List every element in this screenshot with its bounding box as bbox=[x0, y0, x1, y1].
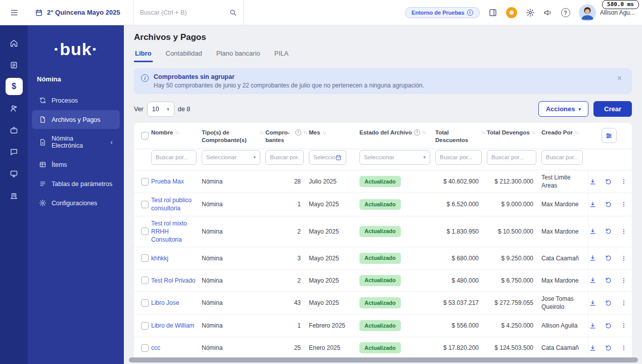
tab-pila[interactable]: PILA bbox=[273, 48, 290, 62]
chat-icon[interactable] bbox=[6, 143, 23, 160]
download-icon[interactable] bbox=[589, 201, 597, 208]
select-all-checkbox[interactable] bbox=[141, 132, 149, 140]
sort-icon[interactable]: ↑↓ bbox=[575, 130, 578, 136]
row-name-link[interactable]: Prueba Max bbox=[151, 178, 184, 185]
table-row: Test rol mixto RRHH Consultoria Nómina 2… bbox=[134, 216, 632, 248]
sort-icon[interactable]: ↑↓ bbox=[303, 130, 307, 136]
calendar-icon bbox=[35, 9, 43, 17]
filter-comprobantes-input[interactable] bbox=[265, 150, 304, 165]
briefcase-icon[interactable] bbox=[6, 121, 23, 139]
row-devengos: $ 9.250.000 bbox=[487, 251, 541, 265]
user-name: Allison Agu... bbox=[600, 9, 635, 16]
refresh-icon[interactable] bbox=[605, 277, 612, 284]
kebab-menu-icon[interactable] bbox=[620, 201, 627, 208]
kebab-menu-icon[interactable] bbox=[620, 322, 627, 329]
refresh-icon[interactable] bbox=[605, 178, 612, 186]
row-checkbox[interactable] bbox=[141, 178, 149, 186]
tab-libro[interactable]: Libro bbox=[134, 48, 153, 62]
icon-rail: $ bbox=[0, 25, 28, 364]
sort-icon[interactable]: ↑↓ bbox=[532, 130, 535, 136]
search-icon[interactable] bbox=[229, 9, 237, 17]
download-icon[interactable] bbox=[589, 344, 597, 352]
row-name-link[interactable]: Libro de William bbox=[151, 322, 194, 329]
filter-estado-select[interactable]: Seleccionar▾ bbox=[359, 150, 430, 165]
sort-icon[interactable]: ↑↓ bbox=[422, 130, 426, 136]
sort-icon[interactable]: ↑↓ bbox=[481, 130, 485, 136]
hamburger-menu-icon[interactable] bbox=[0, 8, 28, 17]
help-icon[interactable]: ? bbox=[561, 8, 570, 17]
crear-button[interactable]: Crear bbox=[593, 101, 632, 117]
kebab-menu-icon[interactable] bbox=[620, 299, 627, 306]
refresh-icon[interactable] bbox=[605, 201, 612, 208]
row-checkbox[interactable] bbox=[141, 228, 149, 235]
refresh-icon[interactable] bbox=[605, 228, 612, 235]
megaphone-icon[interactable] bbox=[543, 8, 553, 17]
row-checkbox[interactable] bbox=[141, 322, 149, 330]
download-icon[interactable] bbox=[589, 322, 597, 330]
sidebar-item-configuraciones[interactable]: Configuraciones bbox=[32, 194, 120, 212]
filter-nombre-input[interactable] bbox=[151, 150, 197, 165]
sidebar-item-procesos[interactable]: Procesos bbox=[32, 91, 120, 110]
refresh-icon[interactable] bbox=[605, 344, 612, 352]
assistant-icon[interactable] bbox=[506, 7, 517, 18]
kebab-menu-icon[interactable] bbox=[620, 255, 627, 262]
filter-creado-input[interactable] bbox=[541, 150, 583, 165]
row-checkbox[interactable] bbox=[141, 254, 149, 262]
tab-plano-bancario[interactable]: Plano bancario bbox=[215, 48, 261, 62]
sort-icon[interactable]: ↑↓ bbox=[175, 130, 178, 136]
filter-descuentos-input[interactable] bbox=[435, 150, 482, 165]
sort-icon[interactable]: ↑↓ bbox=[322, 130, 326, 136]
tasks-icon[interactable] bbox=[6, 56, 23, 73]
refresh-icon[interactable] bbox=[605, 322, 612, 330]
filter-mes-datepicker[interactable]: Seleccio bbox=[309, 150, 346, 165]
page-size-select[interactable]: 10 ▾ bbox=[147, 102, 174, 117]
row-name-link[interactable]: khhkkj bbox=[151, 255, 168, 262]
row-name-link[interactable]: Libro Jose bbox=[151, 299, 179, 306]
help-icon[interactable]: ? bbox=[414, 129, 420, 135]
people-icon[interactable] bbox=[6, 100, 23, 117]
filter-tipo-select[interactable]: Seleccionar▾ bbox=[202, 150, 260, 165]
environment-badge[interactable]: Entorno de Pruebas i bbox=[405, 7, 480, 18]
row-checkbox[interactable] bbox=[141, 299, 149, 307]
sidebar-item-tablas-de-parametros[interactable]: Tablas de parámetros bbox=[32, 174, 120, 193]
search-input[interactable] bbox=[140, 9, 229, 16]
download-icon[interactable] bbox=[589, 228, 597, 235]
panel-toggle-icon[interactable] bbox=[488, 8, 497, 17]
acciones-button[interactable]: Acciones ▾ bbox=[538, 101, 588, 117]
sort-icon[interactable]: ↑↓ bbox=[260, 130, 263, 136]
sidebar-item-archivos-y-pagos[interactable]: Archivos y Pagos bbox=[32, 110, 120, 129]
period-selector[interactable]: 2° Quincena Mayo 2025 bbox=[28, 9, 127, 17]
close-icon[interactable]: × bbox=[614, 73, 625, 83]
gear-icon[interactable] bbox=[526, 8, 535, 17]
sidebar-item-items[interactable]: Ítems bbox=[32, 155, 120, 174]
download-icon[interactable] bbox=[589, 277, 597, 284]
kebab-menu-icon[interactable] bbox=[620, 277, 627, 284]
column-settings-icon[interactable] bbox=[602, 128, 617, 143]
refresh-icon[interactable] bbox=[605, 299, 612, 307]
download-icon[interactable] bbox=[589, 178, 597, 186]
row-checkbox[interactable] bbox=[141, 201, 149, 208]
table-controls: Ver 10 ▾ de 8 Acciones ▾ Crear bbox=[134, 101, 632, 117]
horizontal-scrollbar[interactable] bbox=[129, 357, 638, 362]
payroll-icon[interactable]: $ bbox=[6, 78, 23, 95]
kebab-menu-icon[interactable] bbox=[620, 178, 627, 185]
row-name-link[interactable]: Test rol publico consultoria bbox=[151, 197, 192, 212]
download-icon[interactable] bbox=[589, 254, 597, 262]
row-name-link[interactable]: Test rol mixto RRHH Consultoria bbox=[151, 220, 187, 243]
building-icon[interactable] bbox=[6, 187, 23, 204]
help-icon[interactable]: ? bbox=[295, 129, 301, 135]
row-name-link[interactable]: Test Rol Privado bbox=[151, 277, 195, 284]
row-checkbox[interactable] bbox=[141, 344, 149, 352]
chevron-left-icon[interactable]: ‹ bbox=[110, 139, 113, 146]
kebab-menu-icon[interactable] bbox=[620, 228, 627, 235]
monitor-icon[interactable] bbox=[6, 165, 23, 182]
download-icon[interactable] bbox=[589, 299, 597, 307]
kebab-menu-icon[interactable] bbox=[620, 344, 627, 351]
row-checkbox[interactable] bbox=[141, 277, 149, 284]
refresh-icon[interactable] bbox=[605, 254, 612, 262]
row-name-link[interactable]: ccc bbox=[151, 344, 160, 351]
tab-contabilidad[interactable]: Contabilidad bbox=[165, 48, 203, 62]
sidebar-item-nomina-electronica[interactable]: Nómina Electrónica ‹ bbox=[32, 129, 120, 155]
filter-devengos-input[interactable] bbox=[487, 150, 536, 165]
home-icon[interactable] bbox=[6, 34, 23, 52]
